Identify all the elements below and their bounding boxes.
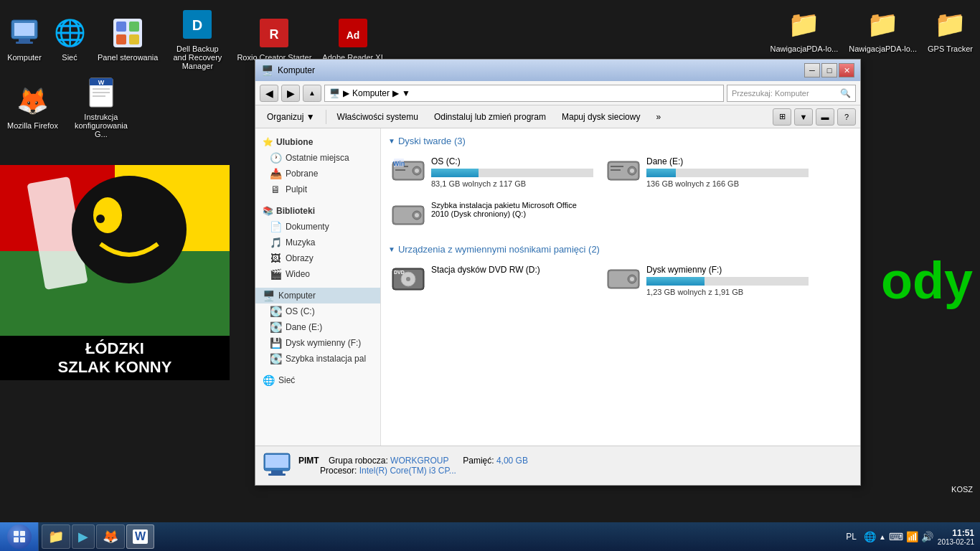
sidebar-item-ostatnie[interactable]: 🕐 Ostatnie miejsca — [255, 150, 380, 166]
libraries-title: 📚 Biblioteki — [255, 203, 380, 219]
drive-q-name: Szybka instalacja pakietu Microsoft Offi… — [431, 201, 593, 218]
svg-text:R: R — [270, 27, 279, 42]
toolbar-separator — [326, 110, 326, 124]
sidebar-item-pulpit[interactable]: 🖥 Pulpit — [255, 182, 380, 197]
back-button[interactable]: ◀ — [260, 85, 278, 102]
icon-instrukc[interactable]: W Instrukcja konfigurowania G... — [65, 72, 137, 142]
start-button[interactable] — [0, 522, 39, 551]
svg-rect-7 — [116, 34, 126, 44]
sidebar-item-wideo[interactable]: 🎬 Wideo — [255, 266, 380, 282]
drive-c-free: 83,1 GB wolnych z 117 GB — [431, 179, 593, 188]
icon-siec[interactable]: 🌐 Sieć — [49, 4, 90, 74]
svg-text:Win: Win — [393, 160, 405, 167]
drive-c-item[interactable]: Win OS (C:) 83,1 GB wolnych z 117 GB — [388, 154, 596, 191]
image-icon: 🖼 — [270, 253, 281, 264]
content-pane: Dyski twarde (3) — [381, 128, 860, 446]
szlak-line2: SZLAK KONNY — [0, 358, 230, 377]
processor-label: Procesor: — [320, 466, 357, 476]
search-icon: 🔍 — [840, 88, 851, 98]
icon-nav2[interactable]: 📁 NawigacjaPDA-lo... — [845, 4, 920, 57]
favorites-title: ⭐ Ulubione — [255, 134, 380, 150]
svg-rect-29 — [395, 169, 405, 171]
arrow-tray-icon[interactable]: ▲ — [879, 533, 886, 541]
music-icon: 🎵 — [270, 237, 281, 248]
network-tray-icon[interactable]: 🌐 — [864, 531, 876, 542]
address-text: Komputer — [352, 88, 390, 98]
svg-text:DVD: DVD — [394, 270, 405, 275]
sidebar-item-dane[interactable]: 💽 Dane (E:) — [255, 319, 380, 335]
icon-dell[interactable]: D Dell Backup and Recovery Manager — [165, 4, 230, 74]
drive-e-free: 136 GB wolnych z 166 GB — [646, 179, 809, 188]
address-bar: ◀ ▶ ▲ 🖥️ ▶ Komputer ▶ ▼ Przeszukaj: Komp… — [255, 81, 860, 105]
volume-tray-icon[interactable]: 🔊 — [921, 531, 933, 542]
drive-c-bar — [431, 169, 479, 177]
processor-value: Intel(R) Core(TM) i3 CP... — [359, 466, 456, 476]
dvd-item[interactable]: DVD Stacja dysków DVD RW (D:) — [388, 262, 596, 299]
taskbar-item-firefox[interactable]: 🦊 — [96, 524, 125, 549]
drive-c-name: OS (C:) — [431, 156, 593, 166]
sidebar-item-siec[interactable]: 🌐 Sieć — [255, 372, 380, 388]
drive-q-item[interactable]: Szybka instalacja pakietu Microsoft Offi… — [388, 198, 596, 232]
svg-rect-8 — [129, 34, 139, 44]
taskbar-item-explorer[interactable]: 📁 — [42, 524, 70, 549]
word-taskbar-icon: W — [133, 529, 148, 544]
map-drive-button[interactable]: Mapuj dysk sieciowy — [555, 108, 647, 126]
svg-point-41 — [415, 213, 419, 217]
icon-panel[interactable]: Panel sterowania — [94, 4, 161, 74]
kosz-label: KOSZ — [951, 485, 973, 494]
help-button[interactable]: ? — [837, 108, 856, 126]
address-field[interactable]: 🖥️ ▶ Komputer ▶ ▼ — [324, 85, 724, 102]
uninstall-button[interactable]: Odinstaluj lub zmień program — [427, 108, 553, 126]
properties-button[interactable]: Właściwości systemu — [330, 108, 425, 126]
svg-rect-54 — [268, 474, 286, 476]
signal-tray-icon[interactable]: 📶 — [906, 531, 918, 542]
drive-e-bar — [646, 169, 676, 177]
view-toggle-button[interactable]: ⊞ — [773, 108, 791, 126]
status-computer-icon — [263, 451, 291, 480]
svg-rect-53 — [271, 471, 283, 474]
svg-rect-1 — [14, 23, 34, 36]
search-field[interactable]: Przeszukaj: Komputer 🔍 — [727, 85, 856, 102]
icon-nav1[interactable]: 📁 NawigacjaPDA-lo... — [767, 4, 842, 57]
taskbar-item-word[interactable]: W — [126, 524, 154, 549]
up-button[interactable]: ▲ — [303, 85, 321, 102]
drive-e-item[interactable]: Dane (E:) 136 GB wolnych z 166 GB — [603, 154, 811, 191]
maximize-button[interactable]: □ — [821, 63, 837, 77]
sidebar-item-muzyka[interactable]: 🎵 Muzyka — [255, 235, 380, 250]
sidebar-item-dysk-wymienny[interactable]: 💾 Dysk wymienny (F:) — [255, 335, 380, 351]
sidebar-item-komputer[interactable]: 🖥️ Komputer — [255, 288, 380, 303]
download-icon: 📥 — [270, 168, 281, 179]
close-button[interactable]: ✕ — [839, 63, 854, 77]
taskbar-item-media[interactable]: ▶ — [72, 524, 95, 549]
more-button[interactable]: » — [649, 108, 668, 126]
icon-firefox[interactable]: 🦊 Mozilla Firefox — [4, 72, 62, 142]
sidebar-item-osc[interactable]: 💽 OS (C:) — [255, 303, 380, 319]
organize-button[interactable]: Organizuj ▼ — [260, 108, 322, 126]
icon-gps[interactable]: 📁 GPS Tracker — [924, 4, 976, 57]
desktop-icon-small: 🖥 — [270, 184, 281, 195]
sidebar-item-dokumenty[interactable]: 📄 Dokumenty — [255, 219, 380, 235]
keyboard-tray-icon[interactable]: ⌨ — [889, 531, 903, 542]
minimize-button[interactable]: ─ — [804, 63, 820, 77]
szlak-line1: ŁÓDZKI — [0, 339, 230, 358]
dvd-icon: DVD — [391, 265, 425, 293]
start-orb — [7, 524, 32, 549]
sidebar-item-pobrane[interactable]: 📥 Pobrane — [255, 166, 380, 182]
forward-button[interactable]: ▶ — [281, 85, 300, 102]
usb-item[interactable]: Dysk wymienny (F:) 1,23 GB wolnych z 1,9… — [603, 262, 811, 299]
svg-rect-19 — [93, 92, 110, 93]
preview-button[interactable]: ▬ — [816, 108, 834, 126]
address-dropdown[interactable]: ▼ — [402, 88, 410, 98]
sidebar-item-szybka[interactable]: 💽 Szybka instalacja pal — [255, 351, 380, 367]
desktop-icons-row2: 🦊 Mozilla Firefox W Instrukcja konfiguro… — [4, 72, 137, 142]
clock-time: 11:51 — [938, 528, 974, 538]
svg-rect-2 — [19, 39, 30, 42]
library-icon: 📚 — [263, 206, 273, 216]
svg-point-23 — [96, 215, 105, 223]
hard-drives-section: Dyski twarde (3) — [388, 136, 853, 232]
svg-point-45 — [406, 277, 410, 281]
sidebar-item-obrazy[interactable]: 🖼 Obrazy — [255, 250, 380, 266]
view-dropdown-button[interactable]: ▼ — [794, 108, 813, 126]
icon-komputer[interactable]: Komputer — [4, 4, 45, 74]
systray: 🌐 ▲ ⌨ 📶 🔊 — [864, 531, 933, 542]
